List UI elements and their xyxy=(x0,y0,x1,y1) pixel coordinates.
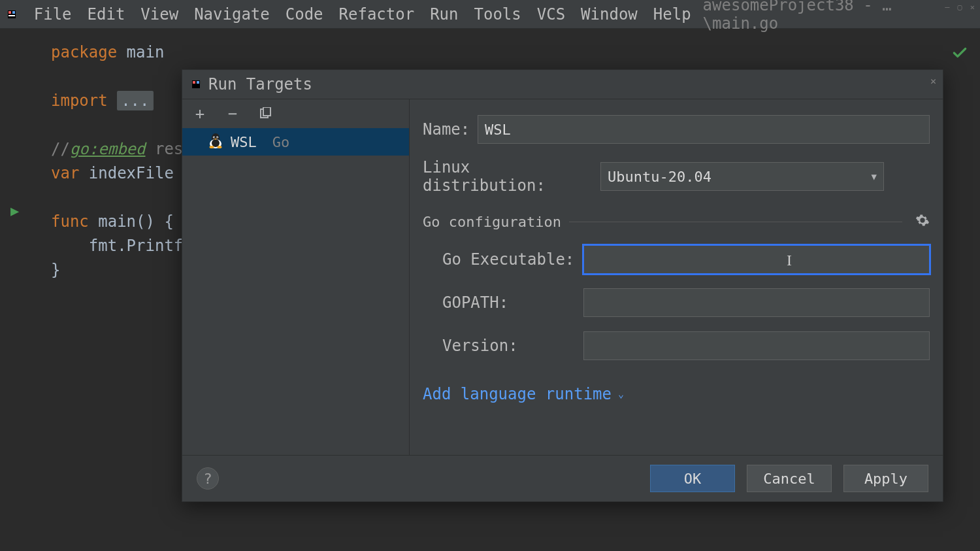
dialog-icon xyxy=(191,80,201,89)
svg-rect-7 xyxy=(197,81,199,84)
distribution-value: Ubuntu-20.04 xyxy=(608,169,711,185)
targets-tree[interactable]: WSL Go xyxy=(182,128,409,455)
code-text: main() { xyxy=(89,212,174,231)
menu-bar: File Edit View Navigate Code Refactor Ru… xyxy=(0,0,980,29)
dialog-close-icon[interactable]: ✕ xyxy=(930,75,936,87)
chevron-down-icon: ⌄ xyxy=(618,388,624,400)
remove-target-button[interactable]: − xyxy=(224,105,241,122)
menu-tools[interactable]: Tools xyxy=(468,5,528,24)
chevron-down-icon: ▼ xyxy=(872,171,877,182)
add-runtime-label: Add language runtime xyxy=(423,385,612,403)
go-executable-input[interactable] xyxy=(583,245,930,274)
code-comment: res xyxy=(146,140,184,158)
target-item-wsl[interactable]: WSL Go xyxy=(182,128,409,156)
distribution-select[interactable]: Ubuntu-20.04 ▼ xyxy=(600,162,884,191)
code-comment: // xyxy=(51,140,70,158)
version-label: Version: xyxy=(442,337,576,355)
add-language-runtime-link[interactable]: Add language runtime ⌄ xyxy=(423,385,930,403)
dialog-title-bar: Run Targets ✕ xyxy=(182,70,943,99)
distribution-label: Linux distribution: xyxy=(423,158,593,195)
menu-navigate[interactable]: Navigate xyxy=(188,5,276,24)
code-fold[interactable]: ... xyxy=(117,91,153,110)
code-keyword: var xyxy=(51,164,79,182)
section-title: Go configuration xyxy=(423,214,561,230)
svg-rect-3 xyxy=(12,11,15,14)
ok-button[interactable]: OK xyxy=(650,465,735,492)
add-target-button[interactable]: + xyxy=(191,105,208,122)
gutter-run-icon[interactable]: ▶ xyxy=(10,203,19,219)
code-text: indexFile s xyxy=(79,164,192,182)
svg-point-17 xyxy=(210,146,214,148)
menu-vcs[interactable]: VCS xyxy=(531,5,572,24)
project-path: awesomeProject38 - …\main.go xyxy=(703,0,973,33)
code-embed-directive: go:embed xyxy=(70,140,146,158)
code-text: main xyxy=(127,43,165,61)
apply-button[interactable]: Apply xyxy=(843,465,928,492)
help-button[interactable]: ? xyxy=(197,467,219,490)
svg-point-15 xyxy=(214,137,215,138)
code-text: } xyxy=(51,261,60,279)
cancel-button[interactable]: Cancel xyxy=(747,465,832,492)
svg-rect-4 xyxy=(8,15,15,16)
gear-icon[interactable] xyxy=(915,213,930,231)
dialog-footer: ? OK Cancel Apply xyxy=(182,456,943,501)
name-label: Name: xyxy=(423,120,470,139)
code-text: fmt.Printf( xyxy=(51,237,193,255)
go-executable-label: Go Executable: xyxy=(442,250,576,269)
dialog-title: Run Targets xyxy=(208,75,312,93)
code-keyword: import xyxy=(51,92,108,110)
inspection-ok-icon[interactable] xyxy=(951,44,968,65)
run-targets-dialog: Run Targets ✕ + − xyxy=(182,69,943,502)
menu-refactor[interactable]: Refactor xyxy=(333,5,421,24)
version-input[interactable] xyxy=(583,331,930,360)
target-item-label: WSL xyxy=(231,134,257,150)
gopath-input[interactable] xyxy=(583,288,930,317)
menu-file[interactable]: File xyxy=(27,5,78,24)
targets-list-panel: + − xyxy=(182,99,410,455)
svg-rect-9 xyxy=(263,107,270,116)
menu-view[interactable]: View xyxy=(134,5,185,24)
code-keyword: func xyxy=(51,212,89,231)
gopath-label: GOPATH: xyxy=(442,293,576,312)
app-icon xyxy=(7,8,17,20)
copy-target-button[interactable] xyxy=(257,105,274,122)
window-minimize-icon[interactable]: ― xyxy=(945,3,949,12)
svg-rect-2 xyxy=(8,11,11,14)
menu-window[interactable]: Window xyxy=(574,5,644,24)
code-keyword: package xyxy=(51,43,117,61)
menu-help[interactable]: Help xyxy=(647,5,698,24)
menu-run[interactable]: Run xyxy=(423,5,465,24)
target-item-kind: Go xyxy=(272,134,290,150)
window-controls: ― ▢ ✕ xyxy=(945,3,975,12)
target-details-panel: Name: Linux distribution: Ubuntu-20.04 ▼… xyxy=(410,99,943,455)
svg-point-18 xyxy=(218,146,222,148)
window-close-icon[interactable]: ✕ xyxy=(970,3,975,12)
name-input[interactable] xyxy=(478,115,930,144)
svg-point-16 xyxy=(216,137,218,138)
menu-code[interactable]: Code xyxy=(279,5,330,24)
svg-rect-6 xyxy=(193,81,195,84)
svg-point-12 xyxy=(212,139,220,147)
targets-toolbar: + − xyxy=(182,99,409,128)
linux-icon xyxy=(208,133,223,152)
window-maximize-icon[interactable]: ▢ xyxy=(958,3,962,12)
go-config-section: Go configuration xyxy=(423,213,930,231)
menu-edit[interactable]: Edit xyxy=(81,5,132,24)
